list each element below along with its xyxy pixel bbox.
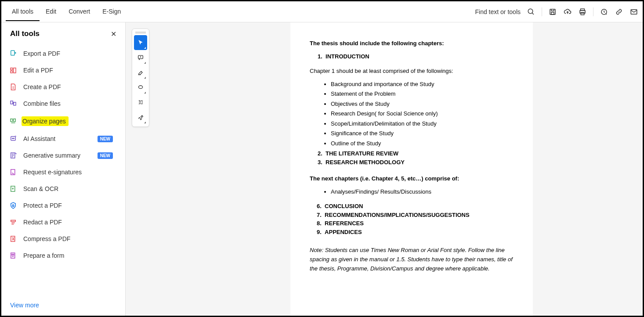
text-select-tool-icon[interactable] bbox=[134, 95, 147, 110]
mail-icon[interactable] bbox=[630, 7, 638, 16]
close-panel-icon[interactable]: ✕ bbox=[111, 30, 116, 38]
svg-rect-24 bbox=[11, 220, 16, 222]
compress-pdf-icon bbox=[9, 235, 17, 243]
save-icon[interactable] bbox=[548, 7, 557, 16]
tab-edit[interactable]: Edit bbox=[40, 3, 62, 21]
svg-rect-16 bbox=[14, 119, 16, 122]
view-more-link[interactable]: View more bbox=[1, 297, 125, 309]
tool-prepare-form[interactable]: Prepare a form bbox=[9, 247, 117, 264]
esignature-icon bbox=[9, 168, 17, 176]
tool-generative-summary[interactable]: Generative summary NEW bbox=[9, 147, 117, 164]
divider bbox=[593, 7, 593, 16]
chapter-title: REFERENCES bbox=[325, 220, 364, 227]
svg-rect-3 bbox=[551, 12, 554, 14]
tab-all-tools[interactable]: All tools bbox=[6, 3, 40, 21]
scan-ocr-icon bbox=[9, 185, 17, 193]
print-icon[interactable] bbox=[578, 7, 587, 16]
ai-assist-icon[interactable] bbox=[600, 7, 608, 16]
pdf-page[interactable]: The thesis should include the following … bbox=[290, 22, 533, 316]
export-pdf-icon bbox=[9, 50, 17, 58]
list-item: Scope/Limitation/Delimitation of the Stu… bbox=[331, 119, 514, 128]
tool-label: Create a PDF bbox=[23, 83, 61, 90]
sidebar-header: All tools ✕ bbox=[1, 29, 125, 43]
tool-edit-pdf[interactable]: Edit a PDF bbox=[9, 62, 117, 79]
tool-organize-pages[interactable]: Organize pages bbox=[9, 112, 117, 130]
top-menu-bar: All tools Edit Convert E-Sign Find text … bbox=[1, 1, 643, 22]
chapter-title: INTRODUCTION bbox=[326, 53, 369, 60]
floating-toolbar[interactable] bbox=[132, 29, 149, 127]
find-label: Find text or tools bbox=[475, 8, 521, 15]
protect-pdf-icon bbox=[9, 202, 17, 209]
new-badge: NEW bbox=[98, 136, 113, 142]
bullet-list: Background and importance of the Study S… bbox=[310, 80, 514, 148]
tool-label: Organize pages bbox=[22, 116, 69, 126]
divider bbox=[542, 7, 542, 16]
list-item: Outline of the Study bbox=[331, 139, 514, 148]
list-num: 9. bbox=[317, 229, 322, 235]
svg-point-19 bbox=[14, 138, 14, 139]
svg-rect-13 bbox=[11, 101, 13, 104]
tool-redact-pdf[interactable]: Redact a PDF bbox=[9, 214, 117, 231]
svg-point-29 bbox=[138, 86, 142, 89]
tool-scan-ocr[interactable]: Scan & OCR bbox=[9, 180, 117, 197]
comment-tool-icon[interactable] bbox=[134, 50, 147, 65]
list-item: Research Design( for Social Science only… bbox=[331, 109, 514, 118]
chapter-title: CONCLUSION bbox=[325, 203, 363, 209]
tool-compress-pdf[interactable]: Compress a PDF bbox=[9, 231, 117, 247]
svg-point-0 bbox=[528, 9, 533, 14]
chapter-title: THE LITERATURE REVIEW bbox=[326, 150, 398, 157]
svg-rect-15 bbox=[11, 119, 13, 122]
tool-export-pdf[interactable]: Export a PDF bbox=[9, 45, 117, 62]
list-num: 2. bbox=[318, 150, 322, 157]
doc-note: Note: Students can use Times New Roman o… bbox=[310, 246, 514, 273]
all-tools-panel: All tools ✕ Export a PDF Edit a PDF Crea… bbox=[1, 22, 126, 316]
link-icon[interactable] bbox=[615, 7, 623, 16]
tool-combine-files[interactable]: Combine files bbox=[9, 95, 117, 112]
tab-convert[interactable]: Convert bbox=[62, 3, 96, 21]
generative-summary-icon bbox=[9, 151, 17, 159]
tab-esign[interactable]: E-Sign bbox=[96, 3, 127, 21]
tool-label: AI Assistant bbox=[23, 135, 55, 142]
list-num: 3. bbox=[318, 159, 322, 166]
drag-handle-icon[interactable] bbox=[135, 32, 146, 33]
tool-create-pdf[interactable]: Create a PDF bbox=[9, 79, 117, 95]
chapter-title: RECOMMENDATIONS/IMPLICATIONS/SUGGESTIONS bbox=[325, 212, 470, 218]
doc-text: Chapter 1 should be at least comprised o… bbox=[310, 67, 514, 76]
select-tool-icon[interactable] bbox=[134, 35, 147, 50]
list-num: 8. bbox=[317, 220, 322, 227]
tool-ai-assistant[interactable]: AI Assistant NEW bbox=[9, 130, 117, 147]
sidebar-title: All tools bbox=[10, 29, 40, 38]
tool-label: Export a PDF bbox=[23, 50, 60, 57]
svg-point-18 bbox=[12, 138, 13, 139]
list-item: Statement of the Problem bbox=[331, 90, 514, 98]
list-item: Analyses/Findings/ Results/Discussions bbox=[331, 187, 514, 196]
list-item: Objectives of the Study bbox=[331, 100, 514, 108]
tool-protect-pdf[interactable]: Protect a PDF bbox=[9, 197, 117, 214]
sign-tool-icon[interactable] bbox=[134, 110, 147, 125]
list-num: 1. bbox=[318, 53, 322, 60]
create-pdf-icon bbox=[9, 83, 17, 91]
tool-label: Redact a PDF bbox=[23, 219, 62, 226]
svg-rect-10 bbox=[11, 68, 13, 70]
svg-rect-12 bbox=[14, 68, 16, 73]
highlight-tool-icon[interactable] bbox=[134, 65, 147, 80]
tool-label: Generative summary bbox=[23, 152, 80, 159]
document-canvas: The thesis should include the following … bbox=[126, 22, 643, 316]
tool-label: Protect a PDF bbox=[23, 202, 62, 209]
doc-heading: The next chapters (i.e. Chapter 4, 5, et… bbox=[310, 174, 514, 183]
svg-rect-11 bbox=[11, 71, 13, 73]
tool-request-esignatures[interactable]: Request e-signatures bbox=[9, 164, 117, 180]
list-item: Significance of the Study bbox=[331, 129, 514, 138]
combine-files-icon bbox=[9, 100, 17, 108]
draw-tool-icon[interactable] bbox=[134, 80, 147, 95]
list-num: 7. bbox=[317, 212, 322, 218]
tool-label: Combine files bbox=[23, 100, 61, 107]
chapter-title: RESEARCH METHODOLOGY bbox=[326, 159, 405, 166]
main-area: All tools ✕ Export a PDF Edit a PDF Crea… bbox=[1, 22, 643, 316]
edit-pdf-icon bbox=[9, 66, 17, 74]
svg-rect-23 bbox=[13, 205, 14, 207]
search-icon[interactable] bbox=[527, 7, 535, 16]
svg-rect-9 bbox=[11, 50, 14, 55]
cloud-upload-icon[interactable] bbox=[563, 7, 572, 16]
bullet-list: Analyses/Findings/ Results/Discussions bbox=[310, 187, 514, 196]
